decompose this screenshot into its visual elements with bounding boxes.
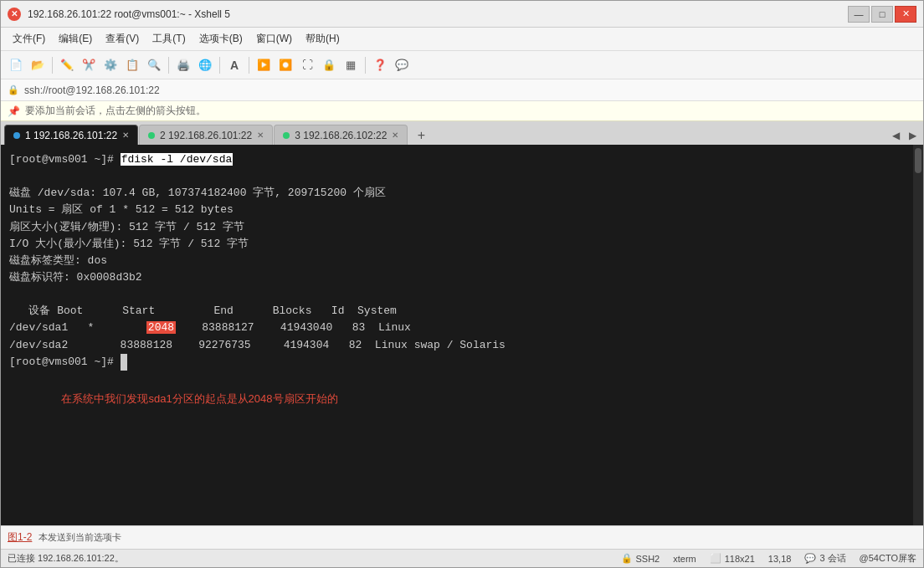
- scroll-thumb[interactable]: [915, 148, 921, 173]
- print-button[interactable]: 🖨️: [173, 55, 193, 75]
- close-button[interactable]: ✕: [895, 6, 916, 23]
- output-prompt2: [root@vms001 ~]#: [9, 354, 915, 371]
- tab-3-label: 3 192.168.26.102:22: [295, 130, 387, 141]
- play-button[interactable]: ▶️: [254, 55, 274, 75]
- menu-view[interactable]: 查看(V): [100, 30, 144, 48]
- statusbar: 已连接 192.168.26.101:22。 🔒 SSH2 xterm ⬜ 11…: [1, 549, 923, 567]
- command-text: fdisk -l /dev/sda: [121, 153, 234, 166]
- output-blank2: [9, 286, 915, 303]
- tab-nav-arrows: ◀ ▶: [888, 126, 920, 145]
- settings-button[interactable]: ⚙️: [100, 55, 121, 75]
- tab-1-close[interactable]: ✕: [122, 130, 129, 140]
- maximize-button[interactable]: □: [871, 6, 893, 23]
- bottom-link-suffix: 本发送到当前选项卡: [38, 531, 121, 544]
- toolbar-separator-4: [249, 57, 249, 74]
- output-disk-id: 磁盘标识符: 0x0008d3b2: [9, 269, 915, 286]
- status-encoding: xterm: [673, 554, 696, 564]
- edit-button[interactable]: ✏️: [57, 55, 77, 75]
- output-line-blank1: [9, 168, 915, 185]
- copy-button[interactable]: 📋: [122, 55, 142, 75]
- bottom-link[interactable]: 图1-2: [8, 530, 32, 545]
- main-window: ✕ 192.168.26.101:22 root@vms001:~ - Xshe…: [0, 0, 924, 568]
- toolbar-separator-1: [52, 57, 53, 74]
- help-button[interactable]: ❓: [370, 55, 390, 75]
- titlebar-text: 192.168.26.101:22 root@vms001:~ - Xshell…: [28, 8, 848, 20]
- toolbar-separator-2: [168, 57, 169, 74]
- web-button[interactable]: 🌐: [195, 55, 215, 75]
- tab-2[interactable]: 2 192.168.26.101:22 ✕: [139, 125, 273, 145]
- font-button[interactable]: A: [224, 55, 244, 75]
- output-io-size: I/O 大小(最小/最佳): 512 字节 / 512 字节: [9, 236, 915, 253]
- toolbar-separator-5: [365, 57, 366, 74]
- tab-1-indicator: [13, 132, 20, 139]
- watermark-text: @54CTO屏客: [860, 552, 916, 565]
- tab-1[interactable]: 1 192.168.26.101:22 ✕: [4, 125, 138, 145]
- status-ssh: 🔒 SSH2: [621, 553, 660, 564]
- connection-text: 已连接 192.168.26.101:22。: [8, 552, 124, 565]
- menu-tools[interactable]: 工具(T): [147, 30, 190, 48]
- status-size: ⬜ 118x21: [710, 553, 755, 564]
- tab-2-close[interactable]: ✕: [257, 130, 264, 140]
- terminal-content: [root@vms001 ~]# fdisk -l /dev/sda 磁盘 /d…: [1, 145, 923, 525]
- menu-file[interactable]: 文件(F): [8, 30, 50, 48]
- grid-button[interactable]: ▦: [341, 55, 361, 75]
- toolbar: 📄 📂 ✏️ ✂️ ⚙️ 📋 🔍 🖨️ 🌐 A ▶️ ⏺️ ⛶ 🔒 ▦ ❓ 💬: [1, 51, 923, 79]
- output-disk-info: 磁盘 /dev/sda: 107.4 GB, 107374182400 字节, …: [9, 185, 915, 202]
- tab-3-indicator: [283, 132, 290, 139]
- tab-1-label: 1 192.168.26.101:22: [25, 130, 117, 141]
- lock-status-icon: 🔒: [621, 553, 633, 564]
- size-icon: ⬜: [710, 553, 721, 564]
- annotation-text: 在系统中我们发现sda1分区的起点是从2048号扇区开始的: [61, 392, 337, 405]
- tab-2-label: 2 192.168.26.101:22: [160, 130, 252, 141]
- toolbar-separator-3: [219, 57, 220, 74]
- info-text: 要添加当前会话，点击左侧的箭头按钮。: [25, 104, 206, 118]
- status-connection: 已连接 192.168.26.101:22。: [8, 552, 124, 565]
- fullscreen-button[interactable]: ⛶: [297, 55, 317, 75]
- tab-2-indicator: [148, 132, 155, 139]
- output-units: Units = 扇区 of 1 * 512 = 512 bytes: [9, 202, 915, 218]
- tab-3[interactable]: 3 192.168.26.102:22 ✕: [274, 125, 408, 145]
- cut-button[interactable]: ✂️: [79, 55, 99, 75]
- new-tab-button[interactable]: 📄: [6, 55, 26, 75]
- terminal-area[interactable]: [root@vms001 ~]# fdisk -l /dev/sda 磁盘 /d…: [1, 145, 923, 525]
- pin-icon: 📌: [8, 105, 20, 117]
- terminal-scrollbar[interactable]: [913, 145, 923, 525]
- output-table-header: 设备 Boot Start End Blocks Id System: [9, 303, 915, 320]
- app-icon: ✕: [8, 8, 21, 21]
- output-disk-label: 磁盘标签类型: dos: [9, 253, 915, 269]
- status-position: 13,18: [768, 554, 792, 564]
- chat-button[interactable]: 💬: [392, 55, 412, 75]
- titlebar-buttons: — □ ✕: [848, 6, 916, 23]
- start-sector-highlight: 2048: [146, 321, 176, 334]
- tabbar: 1 192.168.26.101:22 ✕ 2 192.168.26.101:2…: [1, 121, 923, 145]
- position-text: 13,18: [768, 554, 792, 564]
- size-text: 118x21: [725, 554, 755, 564]
- sessions-text: 3 会话: [819, 552, 845, 565]
- tab-prev-button[interactable]: ◀: [888, 126, 903, 145]
- address-text: ssh://root@192.168.26.101:22: [24, 84, 160, 96]
- tab-3-close[interactable]: ✕: [392, 130, 398, 140]
- status-sessions: 💬 3 会话: [804, 552, 845, 565]
- prompt: [root@vms001 ~]#: [9, 153, 121, 166]
- bottom-bar: 图1-2 本发送到当前选项卡: [1, 525, 923, 549]
- ssh-protocol: SSH2: [636, 554, 660, 564]
- output-sda2: /dev/sda2 83888128 92276735 4194304 82 L…: [9, 337, 915, 354]
- menu-edit[interactable]: 编辑(E): [54, 30, 97, 48]
- address-bar: 🔒 ssh://root@192.168.26.101:22: [1, 79, 923, 101]
- menubar: 文件(F) 编辑(E) 查看(V) 工具(T) 选项卡(B) 窗口(W) 帮助(…: [1, 28, 923, 51]
- output-sector-size: 扇区大小(逻辑/物理): 512 字节 / 512 字节: [9, 219, 915, 236]
- lock-button[interactable]: 🔒: [319, 55, 339, 75]
- info-bar: 📌 要添加当前会话，点击左侧的箭头按钮。: [1, 101, 923, 121]
- search-button[interactable]: 🔍: [144, 55, 164, 75]
- record-button[interactable]: ⏺️: [275, 55, 295, 75]
- minimize-button[interactable]: —: [848, 6, 870, 23]
- menu-tab[interactable]: 选项卡(B): [194, 30, 248, 48]
- menu-window[interactable]: 窗口(W): [251, 30, 297, 48]
- menu-help[interactable]: 帮助(H): [300, 30, 345, 48]
- tab-next-button[interactable]: ▶: [905, 126, 920, 145]
- add-tab-button[interactable]: +: [412, 126, 430, 145]
- titlebar: ✕ 192.168.26.101:22 root@vms001:~ - Xshe…: [1, 1, 923, 28]
- open-button[interactable]: 📂: [28, 55, 48, 75]
- session-icon: 💬: [804, 553, 816, 564]
- status-watermark: @54CTO屏客: [860, 552, 916, 565]
